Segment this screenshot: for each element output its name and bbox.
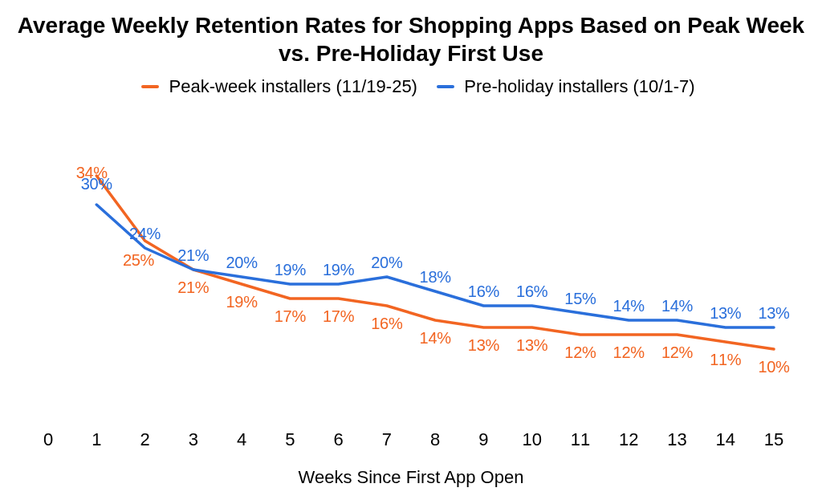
data-label: 14% bbox=[420, 329, 451, 348]
chart-container: Average Weekly Retention Rates for Shopp… bbox=[0, 0, 822, 504]
plot-area: 012345678910111213141534%25%21%19%17%17%… bbox=[32, 132, 790, 421]
x-tick: 5 bbox=[285, 429, 295, 450]
data-label: 19% bbox=[323, 261, 354, 279]
data-label: 13% bbox=[758, 304, 789, 323]
data-label: 16% bbox=[516, 282, 547, 301]
x-tick: 10 bbox=[522, 429, 541, 450]
chart-title: Average Weekly Retention Rates for Shopp… bbox=[0, 11, 822, 67]
data-label: 13% bbox=[516, 336, 547, 355]
data-label: 12% bbox=[661, 343, 693, 362]
x-tick: 11 bbox=[571, 429, 590, 450]
x-tick: 15 bbox=[764, 429, 783, 450]
x-tick: 1 bbox=[92, 429, 101, 450]
legend-label-preholiday: Pre-holiday installers (10/1-7) bbox=[464, 76, 694, 96]
x-tick: 6 bbox=[333, 429, 343, 450]
data-label: 16% bbox=[371, 315, 402, 333]
data-label: 24% bbox=[129, 225, 161, 243]
data-label: 30% bbox=[81, 175, 112, 193]
x-tick: 3 bbox=[189, 429, 198, 450]
legend-label-peak: Peak-week installers (11/19-25) bbox=[169, 76, 417, 96]
data-label: 21% bbox=[177, 246, 209, 265]
x-tick: 4 bbox=[237, 429, 246, 450]
x-tick: 9 bbox=[478, 429, 488, 450]
data-label: 14% bbox=[661, 297, 693, 315]
data-label: 12% bbox=[613, 343, 645, 362]
data-label: 21% bbox=[177, 278, 209, 297]
data-label: 18% bbox=[420, 268, 451, 287]
data-label: 11% bbox=[710, 351, 741, 369]
legend-swatch-peak bbox=[141, 85, 159, 88]
data-label: 17% bbox=[275, 307, 306, 326]
data-label: 13% bbox=[468, 336, 499, 355]
plot-svg bbox=[32, 132, 790, 421]
data-label: 16% bbox=[468, 282, 499, 301]
x-tick: 2 bbox=[140, 429, 149, 450]
data-label: 10% bbox=[758, 358, 789, 376]
data-label: 15% bbox=[564, 290, 596, 308]
x-tick: 12 bbox=[619, 429, 638, 450]
x-tick: 7 bbox=[382, 429, 392, 450]
data-label: 13% bbox=[710, 304, 741, 323]
data-label: 19% bbox=[226, 293, 257, 311]
data-label: 14% bbox=[613, 297, 645, 315]
data-label: 25% bbox=[123, 251, 154, 270]
data-label: 12% bbox=[564, 343, 596, 362]
x-tick: 14 bbox=[715, 429, 735, 450]
data-label: 20% bbox=[226, 254, 257, 272]
legend: Peak-week installers (11/19-25) Pre-holi… bbox=[0, 75, 822, 97]
x-tick: 13 bbox=[667, 429, 686, 450]
x-axis-label: Weeks Since First App Open bbox=[0, 467, 822, 488]
legend-swatch-preholiday bbox=[437, 85, 454, 88]
x-tick: 8 bbox=[430, 429, 440, 450]
data-label: 17% bbox=[323, 307, 354, 326]
x-tick: 0 bbox=[43, 429, 53, 450]
data-label: 19% bbox=[275, 261, 306, 279]
data-label: 20% bbox=[371, 254, 402, 272]
